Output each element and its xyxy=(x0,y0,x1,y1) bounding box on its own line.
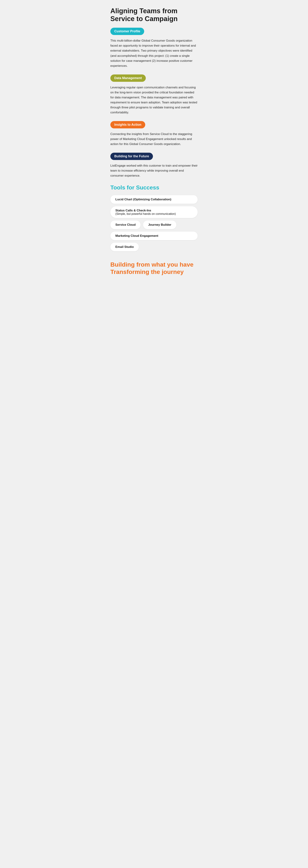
page-title: Aligning Teams from Service to Campaign xyxy=(110,7,198,23)
tool-journey-builder: Journey Builder xyxy=(143,220,176,229)
tool-service-cloud: Service Cloud xyxy=(110,220,141,229)
insights-to-action-text: Connecting the insights from Service Clo… xyxy=(110,132,198,147)
section-customer-profile: Customer Profile This multi-billion-doll… xyxy=(110,28,198,68)
data-management-text: Leveraging regular open communication ch… xyxy=(110,85,198,115)
tools-section: Tools for Success Lucid Chart (Optimizin… xyxy=(110,184,198,254)
section-data-management: Data Management Leveraging regular open … xyxy=(110,74,198,115)
tool-status-calls: Status Calls & Check-Ins (Simple, but po… xyxy=(110,206,198,218)
badge-building-future: Building for the Future xyxy=(110,153,153,160)
footer-line1: Building from what you have xyxy=(110,261,194,268)
footer-heading: Building from what you have Transforming… xyxy=(110,261,198,276)
badge-insights-to-action: Insights to Action xyxy=(110,121,145,128)
badge-customer-profile: Customer Profile xyxy=(110,28,144,35)
tool-lucid-chart: Lucid Chart (Optimizing Collaboration) xyxy=(110,195,198,204)
tool-marketing-cloud: Marketing Cloud Engagement xyxy=(110,231,198,240)
tool-email-studio: Email Studio xyxy=(110,243,139,251)
section-building-future: Building for the Future ListEngage worke… xyxy=(110,153,198,178)
badge-data-management: Data Management xyxy=(110,74,146,82)
footer-line2: Transforming the journey xyxy=(110,268,184,275)
tools-heading: Tools for Success xyxy=(110,184,198,191)
tool-row-email: Email Studio xyxy=(110,243,198,254)
building-future-text: ListEngage worked with this customer to … xyxy=(110,163,198,178)
section-insights-to-action: Insights to Action Connecting the insigh… xyxy=(110,121,198,147)
customer-profile-text: This multi-billion-dollar Global Consume… xyxy=(110,38,198,68)
tool-row-service-journey: Service Cloud Journey Builder xyxy=(110,220,198,231)
